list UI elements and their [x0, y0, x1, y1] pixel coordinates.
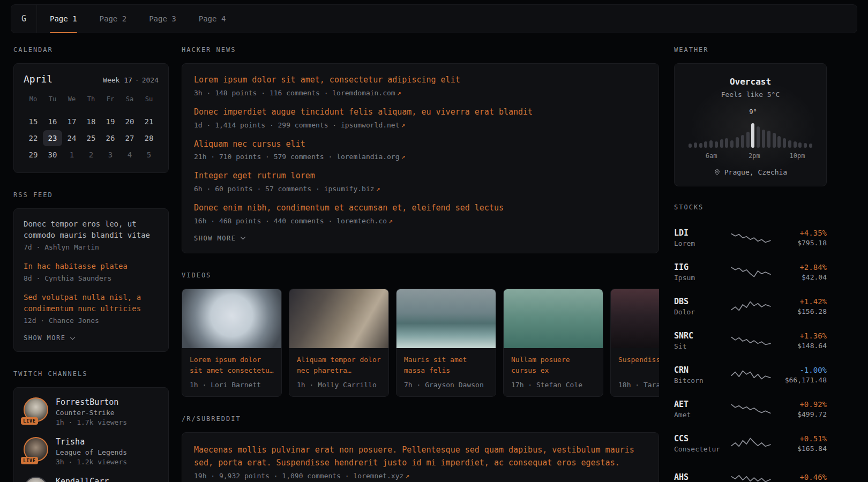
subreddit-section-title: /R/SUBREDDIT [182, 415, 659, 423]
hn-item-title[interactable]: Integer eget rutrum lorem [194, 170, 647, 182]
hn-show-more-button[interactable]: SHOW MORE [194, 235, 647, 242]
external-link-icon: ↗ [401, 153, 406, 161]
calendar-week: Week 17 [103, 76, 132, 84]
weekday-label: Fr [101, 92, 120, 106]
calendar-day: 25 [81, 130, 101, 146]
weather-time-label: 6am [706, 152, 717, 160]
middle-column: HACKER NEWS Lorem ipsum dolor sit amet, … [182, 46, 659, 482]
hn-item: Integer eget rutrum lorem 6h · 60 points… [194, 170, 647, 193]
tab-page-4[interactable]: Page 4 [199, 5, 226, 33]
chevron-down-icon [70, 334, 75, 340]
calendar-year: 2024 [142, 76, 159, 84]
hn-domain-link[interactable]: loremlandia.org↗ [336, 153, 405, 161]
stock-row[interactable]: AHS +0.46% [674, 461, 827, 482]
channel-meta: 3h · 1.2k viewers [56, 458, 127, 466]
stock-values: +2.84% $42.04 [775, 263, 827, 281]
stock-row[interactable]: SNRC Sit +1.36% $148.64 [674, 323, 827, 358]
channel-name: ForrestBurton [56, 397, 127, 407]
hn-item-title[interactable]: Donec enim nibh, condimentum et accumsan… [194, 202, 647, 214]
subreddit-post-meta: 19h · 9,932 points · 1,090 comments · lo… [194, 472, 647, 480]
videos-row: Lorem ipsum dolor sit amet consectetu… 1… [182, 289, 659, 397]
subreddit-widget: /R/SUBREDDIT Maecenas mollis pulvinar er… [182, 415, 659, 482]
calendar-day: 28 [139, 130, 159, 146]
weather-section-title: WEATHER [674, 46, 827, 54]
twitch-channel-row[interactable]: LIVE Trisha League of Legends 3h · 1.2k … [24, 437, 159, 466]
hn-meta-text: 21h · 710 points · 579 comments · [194, 153, 332, 161]
calendar-day-next-month: 4 [120, 147, 139, 163]
tab-page-2[interactable]: Page 2 [100, 5, 127, 33]
hn-domain-link[interactable]: loremtech.co↗ [336, 217, 393, 225]
app-logo[interactable]: G [11, 5, 37, 33]
hn-domain-link[interactable]: loremdomain.com↗ [332, 89, 401, 97]
twitch-channel-row[interactable]: LIVE ForrestBurton Counter-Strike 1h · 1… [24, 397, 159, 426]
stock-sparkline [727, 401, 775, 417]
video-card-body: Aliquam tempor dolor nec pharetra… 1h · … [289, 348, 388, 396]
rss-item-title[interactable]: Donec tempor eros leo, ut commodo mauris… [24, 219, 159, 241]
calendar-day: 22 [24, 130, 43, 146]
weather-bar [773, 133, 776, 148]
weather-bar [736, 137, 739, 148]
calendar-day: 16 [43, 114, 62, 130]
twitch-channel-row[interactable]: KendallCarr [24, 477, 159, 482]
stock-row[interactable]: CCS Consectetur +0.51% $165.84 [674, 426, 827, 461]
video-card[interactable]: Mauris sit amet massa felis 7h · Grayson… [396, 289, 496, 397]
weather-time-label: 2pm [749, 152, 760, 160]
calendar-widget: CALENDAR April Week 17·2024 Mo Tu We Th … [13, 46, 169, 173]
hacker-news-section-title: HACKER NEWS [182, 46, 659, 54]
stock-change: +2.84% [775, 263, 827, 272]
calendar-section-title: CALENDAR [13, 46, 169, 54]
stock-identity: AHS [674, 472, 727, 482]
stock-price: $165.84 [775, 445, 827, 453]
weekday-label: Sa [120, 92, 139, 106]
stock-name: Bitcorn [674, 376, 727, 385]
weather-bar [757, 126, 760, 148]
video-meta: 18h · Tara [618, 381, 659, 389]
hn-meta-text: 3h · 148 points · 116 comments · [194, 89, 328, 97]
stock-sparkline [727, 367, 775, 383]
hn-item-title[interactable]: Lorem ipsum dolor sit amet, consectetur … [194, 74, 647, 86]
separator-dot: · [135, 76, 139, 84]
stock-row[interactable]: AET Amet +0.92% $499.72 [674, 392, 827, 426]
weather-bar [694, 142, 697, 148]
calendar-weekday-row: Mo Tu We Th Fr Sa Su [24, 92, 159, 106]
video-card[interactable]: Aliquam tempor dolor nec pharetra… 1h · … [289, 289, 389, 397]
weather-bar [777, 136, 781, 148]
video-thumbnail [611, 289, 659, 348]
video-card[interactable]: Nullam posuere cursus ex 17h · Stefan Co… [503, 289, 603, 397]
rss-show-more-button[interactable]: SHOW MORE [24, 334, 159, 342]
hn-item-title[interactable]: Donec imperdiet augue tincidunt felis al… [194, 107, 647, 118]
stock-row[interactable]: DBS Dolor +1.42% $156.28 [674, 289, 827, 323]
weather-bar [730, 140, 734, 148]
video-card[interactable]: Suspendisse diam 18h · Tara [610, 289, 659, 397]
hn-item-title[interactable]: Aliquam nec cursus elit [194, 139, 647, 150]
stock-row[interactable]: IIG Ipsum +2.84% $42.04 [674, 255, 827, 289]
rss-item-title[interactable]: In hac habitasse platea [24, 261, 159, 272]
location-pin-icon [714, 169, 721, 176]
tab-page-3[interactable]: Page 3 [149, 5, 176, 33]
channel-info: KendallCarr [56, 477, 109, 482]
rss-item-title[interactable]: Sed volutpat nulla nisl, a condimentum n… [24, 292, 159, 314]
stock-row[interactable]: CRN Bitcorn -1.00% $66,171.48 [674, 358, 827, 392]
weather-card: Overcast Feels like 5°C 9° 6am 2pm 10pm … [674, 63, 827, 186]
hn-domain-link[interactable]: ipsumify.biz↗ [324, 185, 380, 193]
tab-page-1[interactable]: Page 1 [50, 5, 77, 33]
video-title: Nullam posuere cursus ex [511, 355, 595, 376]
hn-item-meta: 1d · 1,414 points · 299 comments · ipsum… [194, 121, 647, 129]
video-card[interactable]: Lorem ipsum dolor sit amet consectetu… 1… [182, 289, 282, 397]
weather-bar [720, 139, 723, 148]
hn-domain-link[interactable]: ipsumworld.net↗ [341, 121, 405, 129]
video-thumbnail [289, 289, 388, 348]
rss-widget: RSS FEED Donec tempor eros leo, ut commo… [13, 191, 169, 352]
calendar-day: 20 [120, 114, 139, 130]
stock-sparkline [727, 264, 775, 280]
subreddit-post-title[interactable]: Maecenas mollis pulvinar erat non posuer… [194, 443, 647, 469]
video-meta: 17h · Stefan Cole [511, 381, 595, 389]
stock-row[interactable]: LDI Lorem +4.35% $795.18 [674, 221, 827, 255]
weather-bar [725, 138, 728, 148]
stock-identity: LDI Lorem [674, 228, 727, 247]
hn-item-meta: 16h · 468 points · 440 comments · loremt… [194, 217, 647, 225]
stock-name: Consectetur [674, 445, 727, 453]
stock-change: +0.51% [775, 434, 827, 443]
subreddit-domain-link[interactable]: loremnet.xyz↗ [353, 472, 409, 480]
videos-section-title: VIDEOS [182, 272, 659, 279]
